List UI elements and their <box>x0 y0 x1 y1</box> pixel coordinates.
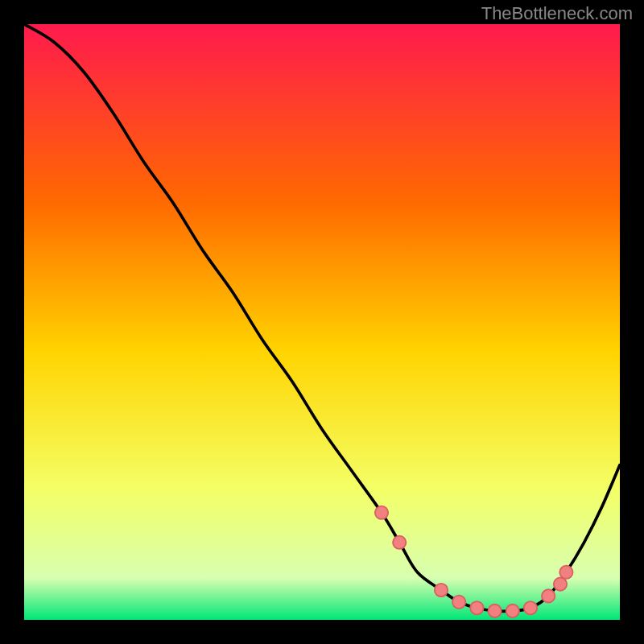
curve-overlay <box>24 24 620 620</box>
data-point <box>435 584 448 597</box>
data-point <box>554 577 567 590</box>
chart-container: TheBottleneck.com <box>0 0 644 644</box>
data-point <box>559 566 572 579</box>
data-point <box>470 601 483 614</box>
data-point <box>542 589 555 602</box>
data-point <box>452 596 465 609</box>
watermark-text: TheBottleneck.com <box>481 3 633 24</box>
marker-group <box>375 506 573 617</box>
data-point <box>506 605 519 617</box>
plot-area <box>24 24 620 620</box>
bottleneck-curve <box>24 24 620 611</box>
data-point <box>393 536 406 549</box>
data-point <box>375 506 388 519</box>
data-point <box>488 605 501 617</box>
data-point <box>524 601 537 614</box>
